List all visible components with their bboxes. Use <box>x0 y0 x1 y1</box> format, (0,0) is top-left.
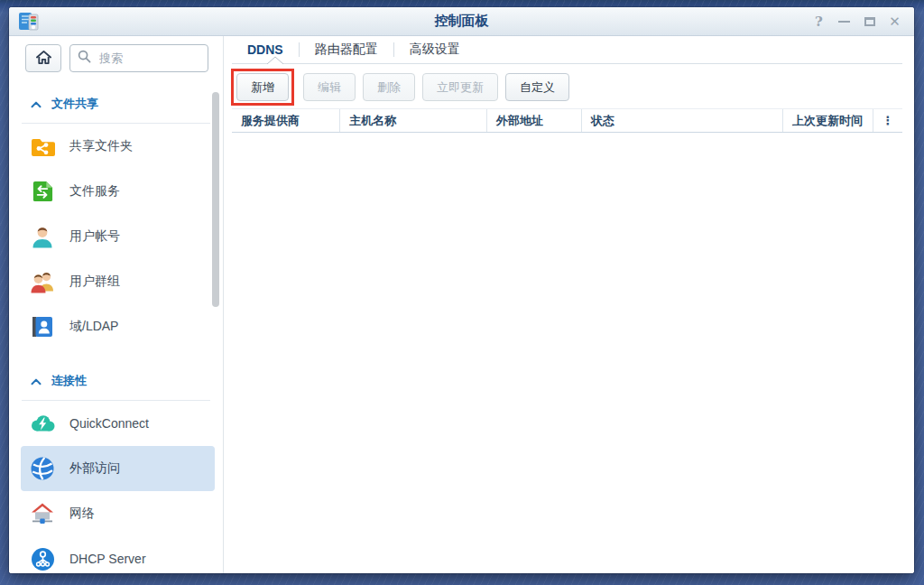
maximize-icon[interactable] <box>862 14 877 30</box>
domain-ldap-icon <box>29 313 56 340</box>
column-header-hostname[interactable]: 主机名称 <box>340 109 487 132</box>
column-header-status[interactable]: 状态 <box>582 109 783 132</box>
tab-ddns[interactable]: DDNS <box>232 36 299 63</box>
sidebar-item-label: DHCP Server <box>69 552 146 566</box>
chevron-up-icon <box>31 375 42 388</box>
sidebar-section-file-sharing[interactable]: 文件共享 <box>22 87 210 124</box>
update-now-button[interactable]: 立即更新 <box>422 73 498 101</box>
sidebar-item-label: 用户帐号 <box>69 228 120 245</box>
quickconnect-icon <box>29 410 56 437</box>
annotation-highlight-box: 新增 <box>231 69 294 106</box>
ddns-table-empty-area <box>232 133 902 573</box>
window-body: 文件共享 共享文件夹 <box>9 36 914 573</box>
section-label: 文件共享 <box>51 96 98 112</box>
help-icon[interactable]: ? <box>811 14 827 30</box>
sidebar-item-label: 网络 <box>69 506 95 522</box>
titlebar[interactable]: 控制面板 ? ✕ <box>9 7 914 36</box>
section-label: 连接性 <box>51 373 87 389</box>
user-account-icon <box>29 223 56 250</box>
sidebar-item-file-services[interactable]: 文件服务 <box>21 169 215 214</box>
home-icon <box>35 50 52 68</box>
search-box[interactable] <box>69 44 208 72</box>
edit-button[interactable]: 编辑 <box>303 73 356 101</box>
sidebar-scrollbar-thumb[interactable] <box>212 92 219 307</box>
sidebar-item-user-account[interactable]: 用户帐号 <box>21 214 215 259</box>
chevron-up-icon <box>31 98 42 111</box>
active-tab-caret <box>266 56 284 64</box>
delete-button[interactable]: 删除 <box>363 73 415 101</box>
sidebar-item-dhcp-server[interactable]: DHCP Server <box>21 536 215 573</box>
table-header: 服务提供商 主机名称 外部地址 状态 上次更新时间 ⋮ <box>232 108 902 133</box>
column-options-icon[interactable]: ⋮ <box>873 109 902 132</box>
column-header-service-provider[interactable]: 服务提供商 <box>232 109 340 132</box>
shared-folder-icon <box>29 133 56 160</box>
sidebar-item-user-group[interactable]: 用户群组 <box>21 259 215 304</box>
tab-advanced-settings[interactable]: 高级设置 <box>394 36 476 63</box>
add-button[interactable]: 新增 <box>236 73 289 101</box>
dhcp-server-icon <box>29 545 56 572</box>
sidebar-item-quickconnect[interactable]: QuickConnect <box>21 401 215 446</box>
network-icon <box>29 500 56 527</box>
main-panel: DDNS 路由器配置 高级设置 新增 编辑 删除 立即更新 <box>224 36 914 573</box>
window-controls: ? ✕ <box>811 14 914 30</box>
search-icon <box>78 50 91 67</box>
sidebar-item-label: QuickConnect <box>69 416 149 431</box>
sidebar-item-label: 文件服务 <box>69 183 120 200</box>
window-title: 控制面板 <box>9 13 914 30</box>
control-panel-window: 控制面板 ? ✕ <box>9 7 914 573</box>
sidebar-item-label: 外部访问 <box>69 460 120 477</box>
sidebar-item-shared-folder[interactable]: 共享文件夹 <box>21 124 215 169</box>
desktop-background: 控制面板 ? ✕ <box>0 0 924 585</box>
sidebar-item-domain-ldap[interactable]: 域/LDAP <box>21 304 215 349</box>
close-icon[interactable]: ✕ <box>887 14 902 30</box>
column-header-external-address[interactable]: 外部地址 <box>487 109 582 132</box>
toolbar: 新增 编辑 删除 立即更新 自定义 <box>232 64 902 108</box>
user-group-icon <box>29 268 56 295</box>
sidebar-item-label: 共享文件夹 <box>69 138 133 154</box>
column-header-last-update-time[interactable]: 上次更新时间 <box>783 109 873 132</box>
tab-bar: DDNS 路由器配置 高级设置 <box>232 36 902 64</box>
sidebar: 文件共享 共享文件夹 <box>9 36 224 573</box>
control-panel-app-icon <box>16 12 40 32</box>
sidebar-item-label: 用户群组 <box>69 274 120 290</box>
file-service-icon <box>29 178 56 205</box>
sidebar-item-label: 域/LDAP <box>69 319 118 335</box>
external-access-icon <box>29 455 56 482</box>
search-input[interactable] <box>97 51 200 66</box>
home-button[interactable] <box>25 44 61 72</box>
sidebar-controls <box>25 44 208 72</box>
sidebar-item-external-access[interactable]: 外部访问 <box>21 446 215 491</box>
sidebar-scrollbar[interactable] <box>212 92 219 568</box>
sidebar-item-network[interactable]: 网络 <box>21 491 215 536</box>
tab-router-configuration[interactable]: 路由器配置 <box>300 36 393 63</box>
customize-button[interactable]: 自定义 <box>505 73 569 101</box>
minimize-icon[interactable] <box>836 14 852 30</box>
sidebar-section-connectivity[interactable]: 连接性 <box>22 364 210 401</box>
